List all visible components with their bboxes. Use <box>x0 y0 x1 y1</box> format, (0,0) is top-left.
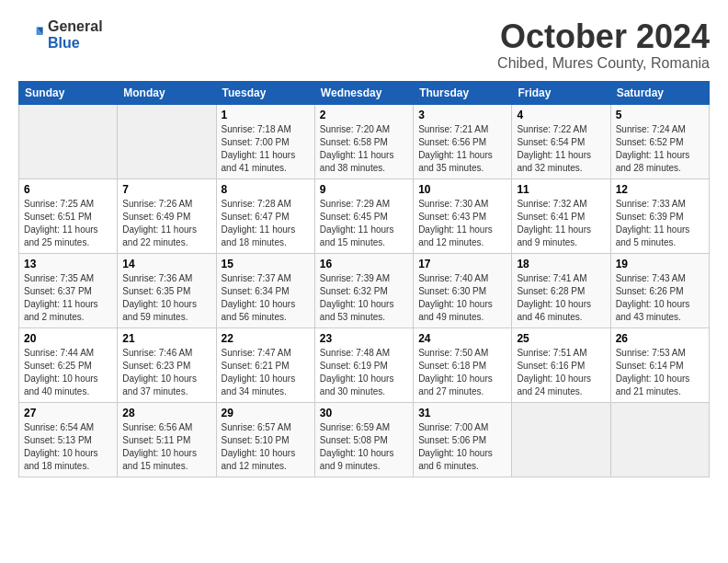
calendar-cell: 6Sunrise: 7:25 AM Sunset: 6:51 PM Daylig… <box>19 178 118 253</box>
day-info: Sunrise: 7:37 AM Sunset: 6:34 PM Dayligh… <box>222 272 310 324</box>
logo-general: General <box>48 18 103 35</box>
calendar-cell: 8Sunrise: 7:28 AM Sunset: 6:47 PM Daylig… <box>216 178 314 253</box>
calendar-cell: 25Sunrise: 7:51 AM Sunset: 6:16 PM Dayli… <box>512 327 610 402</box>
day-number: 24 <box>418 332 506 345</box>
month-title: October 2024 <box>497 18 710 55</box>
calendar-cell <box>19 104 118 178</box>
day-number: 18 <box>517 258 605 270</box>
calendar-cell: 10Sunrise: 7:30 AM Sunset: 6:43 PM Dayli… <box>414 178 512 253</box>
day-info: Sunrise: 7:36 AM Sunset: 6:35 PM Dayligh… <box>122 272 210 324</box>
day-info: Sunrise: 7:53 AM Sunset: 6:14 PM Dayligh… <box>616 347 704 398</box>
page-header: General Blue October 2024 Chibed, Mures … <box>18 18 710 72</box>
day-number: 15 <box>222 258 310 270</box>
day-info: Sunrise: 7:28 AM Sunset: 6:47 PM Dayligh… <box>222 198 310 249</box>
calendar-cell: 3Sunrise: 7:21 AM Sunset: 6:56 PM Daylig… <box>414 104 512 178</box>
day-info: Sunrise: 7:40 AM Sunset: 6:30 PM Dayligh… <box>418 272 506 324</box>
title-block: October 2024 Chibed, Mures County, Roman… <box>497 18 710 72</box>
day-number: 9 <box>320 183 408 196</box>
day-info: Sunrise: 7:32 AM Sunset: 6:41 PM Dayligh… <box>517 198 605 249</box>
day-number: 1 <box>222 109 310 121</box>
day-number: 2 <box>320 109 408 121</box>
week-row-5: 27Sunrise: 6:54 AM Sunset: 5:13 PM Dayli… <box>19 402 710 477</box>
week-row-1: 1Sunrise: 7:18 AM Sunset: 7:00 PM Daylig… <box>19 104 710 178</box>
day-number: 20 <box>24 332 112 345</box>
day-info: Sunrise: 6:56 AM Sunset: 5:11 PM Dayligh… <box>122 421 210 473</box>
day-number: 25 <box>517 332 605 345</box>
calendar-cell: 26Sunrise: 7:53 AM Sunset: 6:14 PM Dayli… <box>610 327 709 402</box>
day-number: 21 <box>122 332 210 345</box>
day-number: 22 <box>222 332 310 345</box>
day-info: Sunrise: 7:47 AM Sunset: 6:21 PM Dayligh… <box>222 347 310 398</box>
header-sunday: Sunday <box>19 81 118 104</box>
day-number: 8 <box>222 183 310 196</box>
day-info: Sunrise: 7:33 AM Sunset: 6:39 PM Dayligh… <box>616 198 704 249</box>
day-info: Sunrise: 7:43 AM Sunset: 6:26 PM Dayligh… <box>616 272 704 324</box>
day-number: 27 <box>24 407 112 419</box>
calendar-cell: 17Sunrise: 7:40 AM Sunset: 6:30 PM Dayli… <box>414 253 512 327</box>
calendar-cell: 16Sunrise: 7:39 AM Sunset: 6:32 PM Dayli… <box>314 253 413 327</box>
day-info: Sunrise: 6:57 AM Sunset: 5:10 PM Dayligh… <box>222 421 310 473</box>
calendar-cell: 7Sunrise: 7:26 AM Sunset: 6:49 PM Daylig… <box>118 178 216 253</box>
day-number: 16 <box>320 258 408 270</box>
logo-icon <box>18 22 44 48</box>
day-number: 13 <box>24 258 112 270</box>
day-info: Sunrise: 7:30 AM Sunset: 6:43 PM Dayligh… <box>418 198 506 249</box>
day-number: 26 <box>616 332 704 345</box>
day-info: Sunrise: 7:35 AM Sunset: 6:37 PM Dayligh… <box>24 272 112 324</box>
calendar: Sunday Monday Tuesday Wednesday Thursday… <box>18 81 710 477</box>
calendar-cell: 13Sunrise: 7:35 AM Sunset: 6:37 PM Dayli… <box>19 253 118 327</box>
day-info: Sunrise: 7:20 AM Sunset: 6:58 PM Dayligh… <box>320 123 408 175</box>
day-info: Sunrise: 7:25 AM Sunset: 6:51 PM Dayligh… <box>24 198 112 249</box>
day-number: 29 <box>222 407 310 419</box>
header-friday: Friday <box>512 81 610 104</box>
calendar-cell: 20Sunrise: 7:44 AM Sunset: 6:25 PM Dayli… <box>19 327 118 402</box>
header-thursday: Thursday <box>414 81 512 104</box>
header-saturday: Saturday <box>610 81 709 104</box>
calendar-cell: 18Sunrise: 7:41 AM Sunset: 6:28 PM Dayli… <box>512 253 610 327</box>
day-info: Sunrise: 7:39 AM Sunset: 6:32 PM Dayligh… <box>320 272 408 324</box>
calendar-cell <box>118 104 216 178</box>
calendar-cell: 28Sunrise: 6:56 AM Sunset: 5:11 PM Dayli… <box>118 402 216 477</box>
location-title: Chibed, Mures County, Romania <box>497 55 710 72</box>
day-number: 31 <box>418 407 506 419</box>
day-number: 19 <box>616 258 704 270</box>
day-info: Sunrise: 7:24 AM Sunset: 6:52 PM Dayligh… <box>616 123 704 175</box>
day-info: Sunrise: 7:41 AM Sunset: 6:28 PM Dayligh… <box>517 272 605 324</box>
calendar-cell: 21Sunrise: 7:46 AM Sunset: 6:23 PM Dayli… <box>118 327 216 402</box>
day-number: 23 <box>320 332 408 345</box>
day-number: 30 <box>320 407 408 419</box>
calendar-cell: 23Sunrise: 7:48 AM Sunset: 6:19 PM Dayli… <box>314 327 413 402</box>
week-row-3: 13Sunrise: 7:35 AM Sunset: 6:37 PM Dayli… <box>19 253 710 327</box>
calendar-cell <box>512 402 610 477</box>
day-number: 12 <box>616 183 704 196</box>
logo-blue: Blue <box>48 35 103 52</box>
calendar-cell: 29Sunrise: 6:57 AM Sunset: 5:10 PM Dayli… <box>216 402 314 477</box>
day-number: 3 <box>418 109 506 121</box>
calendar-cell: 4Sunrise: 7:22 AM Sunset: 6:54 PM Daylig… <box>512 104 610 178</box>
day-info: Sunrise: 7:21 AM Sunset: 6:56 PM Dayligh… <box>418 123 506 175</box>
week-row-2: 6Sunrise: 7:25 AM Sunset: 6:51 PM Daylig… <box>19 178 710 253</box>
day-info: Sunrise: 7:50 AM Sunset: 6:18 PM Dayligh… <box>418 347 506 398</box>
calendar-cell: 19Sunrise: 7:43 AM Sunset: 6:26 PM Dayli… <box>610 253 709 327</box>
day-info: Sunrise: 7:26 AM Sunset: 6:49 PM Dayligh… <box>122 198 210 249</box>
day-number: 7 <box>122 183 210 196</box>
calendar-cell: 15Sunrise: 7:37 AM Sunset: 6:34 PM Dayli… <box>216 253 314 327</box>
day-number: 6 <box>24 183 112 196</box>
day-number: 4 <box>517 109 605 121</box>
calendar-cell: 2Sunrise: 7:20 AM Sunset: 6:58 PM Daylig… <box>314 104 413 178</box>
day-number: 5 <box>616 109 704 121</box>
header-monday: Monday <box>118 81 216 104</box>
logo: General Blue <box>18 18 103 51</box>
calendar-header-row: Sunday Monday Tuesday Wednesday Thursday… <box>19 81 710 104</box>
calendar-cell: 24Sunrise: 7:50 AM Sunset: 6:18 PM Dayli… <box>414 327 512 402</box>
day-number: 11 <box>517 183 605 196</box>
day-number: 14 <box>122 258 210 270</box>
day-info: Sunrise: 7:18 AM Sunset: 7:00 PM Dayligh… <box>222 123 310 175</box>
logo-text: General Blue <box>48 18 103 51</box>
calendar-cell <box>610 402 709 477</box>
day-info: Sunrise: 7:22 AM Sunset: 6:54 PM Dayligh… <box>517 123 605 175</box>
day-info: Sunrise: 7:29 AM Sunset: 6:45 PM Dayligh… <box>320 198 408 249</box>
calendar-cell: 22Sunrise: 7:47 AM Sunset: 6:21 PM Dayli… <box>216 327 314 402</box>
day-info: Sunrise: 7:44 AM Sunset: 6:25 PM Dayligh… <box>24 347 112 398</box>
day-number: 10 <box>418 183 506 196</box>
